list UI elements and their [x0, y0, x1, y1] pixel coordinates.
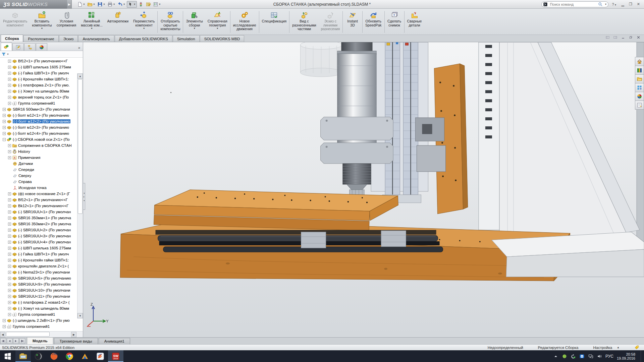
tree-item[interactable]: −(-) СБОРКА новой оси Z<1> (По [0, 136, 83, 142]
window-split-left-button[interactable] [605, 35, 610, 41]
expand-toggle-icon[interactable]: + [3, 132, 6, 135]
ribbon-button-speedpak[interactable]: ОбновитьSpeedPak [363, 9, 384, 35]
command-search[interactable]: ▼ [541, 1, 608, 7]
tree-item[interactable]: +(-) Nema23<1> (По умолчани [0, 269, 83, 275]
panel-expand-chevron[interactable]: » [78, 46, 82, 51]
expand-toggle-icon[interactable]: + [3, 325, 6, 328]
expand-toggle-icon[interactable]: + [8, 277, 11, 280]
ribbon-button-reference-geometry[interactable]: Справочнаягеометрия▼ [205, 9, 230, 35]
taskbar-daemon-tools-button[interactable] [31, 350, 46, 362]
rebuild-traffic-light-button[interactable] [138, 1, 144, 7]
search-caret-icon[interactable]: ▼ [604, 3, 607, 5]
tray-volume-icon[interactable] [597, 354, 602, 359]
expand-toggle-icon[interactable]: + [8, 241, 11, 244]
dropdown-caret-icon[interactable]: ▼ [83, 3, 85, 5]
panel-tab-propertymanager[interactable] [12, 43, 24, 51]
expand-toggle-icon[interactable]: + [8, 235, 11, 238]
minimize-button[interactable]: ▁ [620, 2, 625, 6]
expand-toggle-icon[interactable]: + [8, 229, 11, 232]
print-button[interactable]: ▼ [107, 1, 116, 7]
search-icon[interactable] [598, 2, 603, 7]
tree-item[interactable]: +History [0, 148, 83, 155]
tree-item[interactable]: +(-) Гайка ШВП<1> (По умолч [0, 251, 83, 257]
tree-horizontal-scrollbar[interactable]: ◀ ▶ [0, 331, 83, 337]
tray-sync-icon[interactable] [571, 354, 576, 359]
dropdown-caret-icon[interactable]: ▼ [123, 3, 125, 5]
tree-item[interactable]: +(-) шпиндель 2.2кВт<1> (По умо [0, 317, 83, 323]
ribbon-button-bom[interactable]: Спецификация [260, 9, 289, 35]
expand-toggle-icon[interactable]: + [3, 120, 6, 123]
taskpane-home-button[interactable] [635, 57, 644, 66]
viewport-3d-scene[interactable]: Z Y [83, 42, 644, 337]
select-cursor-button[interactable]: ▼ [127, 1, 137, 8]
language-indicator[interactable]: РУС [605, 354, 613, 359]
dropdown-caret-icon[interactable]: ▼ [159, 3, 161, 5]
ribbon-button-smart-fasteners[interactable]: Автокрепежи [105, 9, 131, 35]
tree-vertical-scrollbar[interactable]: ▲ ▼ [77, 73, 83, 318]
tree-item[interactable]: +(-) Гайка ШВП<1> (По умолч [0, 70, 83, 76]
expand-toggle-icon[interactable]: + [3, 114, 6, 117]
tree-item[interactable]: +(-) болт м12<2> (По умолчанию [0, 118, 83, 124]
search-input[interactable] [549, 2, 597, 7]
taskbar-start-button[interactable] [0, 350, 15, 362]
tree-item[interactable]: +(-) SBR16UU<2> (По умолчан [0, 227, 83, 233]
save-button[interactable]: ▼ [97, 1, 106, 7]
tray-network-icon[interactable] [588, 354, 593, 359]
dropdown-caret-icon[interactable]: ▼ [91, 27, 93, 30]
tree-item[interactable]: +(-) Хомут на шпиндель 80мм [0, 88, 83, 94]
tree-item[interactable]: +верхний торец оси Z<1> (По [0, 94, 83, 100]
dropdown-caret-icon[interactable]: ▼ [143, 27, 145, 30]
taskpane-view-palette-button[interactable] [635, 83, 644, 92]
expand-toggle-icon[interactable]: + [8, 192, 11, 195]
tree-item[interactable]: +Bf12<1> (По умолчанию<<Г [0, 197, 83, 203]
tab-solidworks-mbd[interactable]: SOLIDWORKS MBD [200, 35, 245, 42]
taskpane-custom-properties-button[interactable] [635, 101, 644, 110]
first-tab-icon[interactable] [0, 338, 6, 344]
tree-item[interactable]: +(-) платформа Z<1> (По умо. [0, 82, 83, 88]
tree-item[interactable]: +SBR16 500мм<3> (По умолчани [0, 106, 83, 112]
expand-toggle-icon[interactable]: + [3, 108, 6, 111]
expand-toggle-icon[interactable]: + [8, 223, 11, 226]
configuration-dropdown[interactable]: Настройка [593, 346, 612, 350]
last-tab-icon[interactable] [19, 338, 25, 344]
expand-toggle-icon[interactable]: + [3, 126, 6, 129]
dropdown-caret-icon[interactable]: ▼ [103, 3, 105, 5]
taskbar-clock[interactable]: 20:58 19.09.2016 [617, 352, 637, 360]
expand-toggle-icon[interactable]: + [8, 102, 11, 105]
expand-toggle-icon[interactable]: + [8, 271, 11, 274]
tree-item[interactable]: Справа [0, 179, 83, 185]
tree-item[interactable]: +SBR16UU<10> (По умолчани [0, 287, 83, 293]
tree-item[interactable]: Датчики [0, 161, 83, 167]
ribbon-button-snapshot[interactable]: Сделатьснимок [385, 9, 404, 35]
prev-tab-icon[interactable] [7, 338, 12, 344]
expand-toggle-icon[interactable]: + [8, 313, 11, 316]
close-button[interactable]: ✕ [636, 2, 641, 6]
expand-toggle-icon[interactable]: + [8, 295, 11, 298]
expand-toggle-icon[interactable]: − [3, 138, 6, 141]
tree-item[interactable]: +(-) SBR16UU<4> (По умолчан [0, 239, 83, 245]
tree-item[interactable]: +(-) SBR16UU<1> (По умолчан [0, 209, 83, 215]
taskbar-chrome-button[interactable] [62, 350, 77, 362]
ribbon-button-insert-components[interactable]: Вставитькомпоненты▼ [30, 9, 54, 35]
dropdown-caret-icon[interactable]: ▼ [41, 27, 43, 30]
tree-item[interactable]: +SBR16UU<5> (По умолчанию [0, 275, 83, 281]
tray-antivirus-icon[interactable] [562, 354, 567, 359]
ribbon-button-instant3d[interactable]: Instant3D [343, 9, 362, 35]
expand-toggle-icon[interactable]: + [8, 283, 11, 286]
expand-toggle-icon[interactable]: + [8, 204, 11, 207]
model-tab-2[interactable]: Трехмерные виды [54, 338, 98, 344]
ribbon-button-mates[interactable]: Условиясопряжения [54, 9, 79, 35]
expand-toggle-icon[interactable]: + [8, 265, 11, 268]
tab-эскиз[interactable]: Эскиз [59, 35, 78, 42]
scrollbar-thumb[interactable] [78, 79, 83, 214]
taskbar-foxit-reader-button[interactable] [93, 350, 108, 362]
scrollbar-thumb[interactable] [6, 332, 50, 337]
tree-item[interactable]: +(-) болт м12<4> (По умолчанию [0, 130, 83, 136]
model-tab-1[interactable]: Модель [27, 337, 53, 344]
tree-item[interactable]: +(-) болт м12<1> (По умолчанию [0, 112, 83, 118]
expand-toggle-icon[interactable]: + [3, 319, 6, 322]
tree-item[interactable]: +SBR16 350мм<1> (По умолча [0, 215, 83, 221]
expand-toggle-icon[interactable]: + [8, 78, 11, 81]
expand-toggle-icon[interactable]: + [8, 60, 11, 63]
next-tab-icon[interactable] [13, 338, 19, 344]
